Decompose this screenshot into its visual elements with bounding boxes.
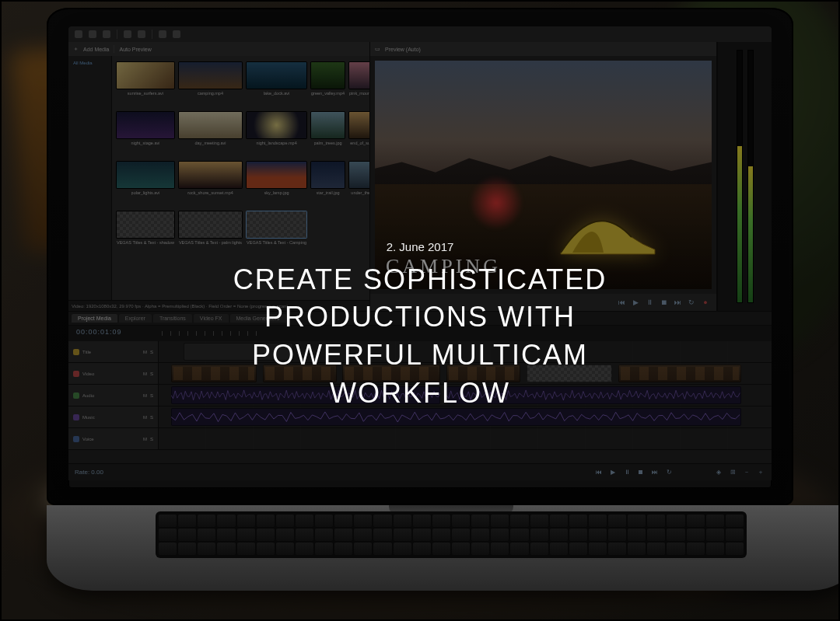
article-title: CREATE SOPHISTICATED PRODUCTIONS WITH PO… bbox=[179, 261, 661, 412]
article-hero[interactable]: ＋ Add Media Auto Preview All Media sunri… bbox=[0, 0, 840, 621]
hero-text: 2. June 2017 CREATE SOPHISTICATED PRODUC… bbox=[2, 2, 838, 619]
article-date: 2. June 2017 bbox=[387, 240, 454, 253]
